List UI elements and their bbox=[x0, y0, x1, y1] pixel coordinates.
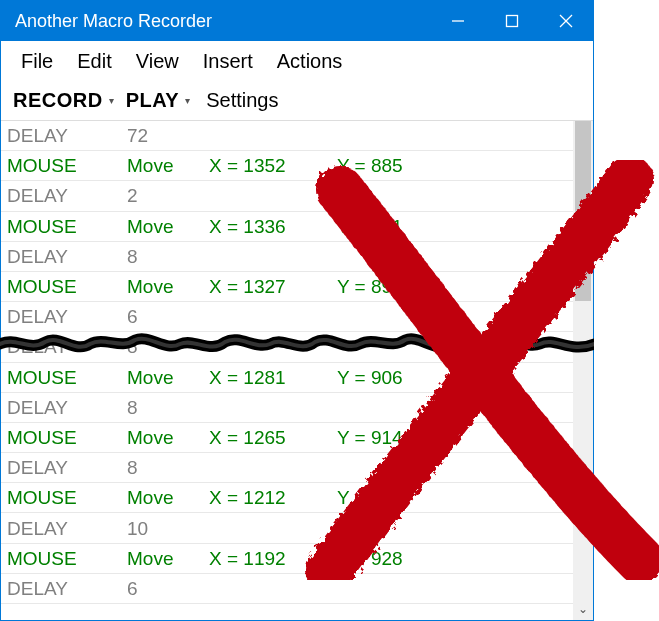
list-row[interactable]: DELAY6 bbox=[1, 302, 573, 332]
menu-insert[interactable]: Insert bbox=[203, 50, 253, 73]
list-row[interactable]: DELAY8 bbox=[1, 393, 573, 423]
cell-c3: X = 1327 bbox=[209, 277, 337, 296]
macro-list[interactable]: DELAY72MOUSEMoveX = 1352Y = 885DELAY2MOU… bbox=[1, 121, 573, 620]
cell-c2: Move bbox=[127, 277, 209, 296]
cell-c1: DELAY bbox=[7, 247, 127, 266]
cell-c1: DELAY bbox=[7, 186, 127, 205]
cell-c3: X = 1212 bbox=[209, 488, 337, 507]
maximize-button[interactable] bbox=[485, 1, 539, 41]
cell-c1: MOUSE bbox=[7, 277, 127, 296]
cell-c2: Move bbox=[127, 156, 209, 175]
cell-c4: Y = 914 bbox=[337, 428, 403, 447]
cell-c2: 6 bbox=[127, 307, 209, 326]
scrollbar-thumb[interactable] bbox=[575, 121, 591, 301]
cell-c3: X = 1265 bbox=[209, 428, 337, 447]
cell-c2: 2 bbox=[127, 186, 209, 205]
cell-c1: MOUSE bbox=[7, 368, 127, 387]
cell-c2: Move bbox=[127, 368, 209, 387]
menu-view[interactable]: View bbox=[136, 50, 179, 73]
list-row[interactable]: DELAY72 bbox=[1, 121, 573, 151]
titlebar: Another Macro Recorder bbox=[1, 1, 593, 41]
list-row[interactable]: MOUSEMoveX = 1352Y = 885 bbox=[1, 151, 573, 181]
window-title: Another Macro Recorder bbox=[15, 11, 212, 32]
cell-c2: 8 bbox=[127, 337, 209, 356]
app-window: Another Macro Recorder File Edit View In… bbox=[0, 0, 594, 621]
list-row[interactable]: DELAY2 bbox=[1, 181, 573, 211]
cell-c2: 8 bbox=[127, 458, 209, 477]
cell-c2: Move bbox=[127, 488, 209, 507]
close-button[interactable] bbox=[539, 1, 593, 41]
menu-actions[interactable]: Actions bbox=[277, 50, 343, 73]
cell-c2: Move bbox=[127, 217, 209, 236]
cell-c4: Y = 891 bbox=[337, 217, 403, 236]
cell-c4: Y = 885 bbox=[337, 156, 403, 175]
list-row[interactable]: DELAY8 bbox=[1, 332, 573, 362]
record-button[interactable]: RECORD bbox=[13, 89, 103, 112]
cell-c1: MOUSE bbox=[7, 428, 127, 447]
settings-button[interactable]: Settings bbox=[206, 89, 278, 112]
cell-c2: 8 bbox=[127, 398, 209, 417]
list-row[interactable]: MOUSEMoveX = 1327Y = 895 bbox=[1, 272, 573, 302]
cell-c4: Y = 928 bbox=[337, 549, 403, 568]
cell-c1: DELAY bbox=[7, 337, 127, 356]
list-row[interactable]: MOUSEMoveX = 1336Y = 891 bbox=[1, 212, 573, 242]
cell-c1: DELAY bbox=[7, 519, 127, 538]
cell-c2: 8 bbox=[127, 247, 209, 266]
play-dropdown-icon[interactable]: ▾ bbox=[185, 95, 190, 106]
close-icon bbox=[558, 13, 574, 29]
maximize-icon bbox=[505, 14, 519, 28]
cell-c2: 10 bbox=[127, 519, 209, 538]
list-row[interactable]: DELAY8 bbox=[1, 242, 573, 272]
play-button[interactable]: PLAY bbox=[126, 89, 180, 112]
list-row[interactable]: MOUSEMoveX = 1281Y = 906 bbox=[1, 363, 573, 393]
cell-c1: MOUSE bbox=[7, 156, 127, 175]
cell-c3: X = 1352 bbox=[209, 156, 337, 175]
minimize-icon bbox=[451, 14, 465, 28]
list-row[interactable]: MOUSEMoveX = 1192Y = 928 bbox=[1, 544, 573, 574]
list-row[interactable]: DELAY6 bbox=[1, 574, 573, 604]
list-row[interactable]: MOUSEMoveX = 1265Y = 914 bbox=[1, 423, 573, 453]
cell-c1: DELAY bbox=[7, 458, 127, 477]
window-controls bbox=[431, 1, 593, 41]
cell-c3: X = 1192 bbox=[209, 549, 337, 568]
record-dropdown-icon[interactable]: ▾ bbox=[109, 95, 114, 106]
cell-c1: MOUSE bbox=[7, 549, 127, 568]
menubar: File Edit View Insert Actions bbox=[1, 41, 593, 81]
cell-c4: Y = 906 bbox=[337, 368, 403, 387]
cell-c2: Move bbox=[127, 549, 209, 568]
list-row[interactable]: DELAY8 bbox=[1, 453, 573, 483]
toolbar: RECORD ▾ PLAY ▾ Settings bbox=[1, 81, 593, 121]
cell-c1: DELAY bbox=[7, 579, 127, 598]
cell-c2: 6 bbox=[127, 579, 209, 598]
scrollbar[interactable]: ⌄ bbox=[573, 121, 593, 620]
cell-c1: MOUSE bbox=[7, 488, 127, 507]
list-row[interactable]: MOUSEMoveX = 1212Y = 923 bbox=[1, 483, 573, 513]
cell-c2: 72 bbox=[127, 126, 209, 145]
cell-c1: DELAY bbox=[7, 307, 127, 326]
cell-c1: DELAY bbox=[7, 398, 127, 417]
minimize-button[interactable] bbox=[431, 1, 485, 41]
cell-c2: Move bbox=[127, 428, 209, 447]
cell-c1: MOUSE bbox=[7, 217, 127, 236]
menu-file[interactable]: File bbox=[21, 50, 53, 73]
cell-c4: Y = 895 bbox=[337, 277, 403, 296]
cell-c3: X = 1336 bbox=[209, 217, 337, 236]
cell-c3: X = 1281 bbox=[209, 368, 337, 387]
menu-edit[interactable]: Edit bbox=[77, 50, 111, 73]
svg-rect-1 bbox=[507, 16, 518, 27]
list-area: DELAY72MOUSEMoveX = 1352Y = 885DELAY2MOU… bbox=[1, 121, 593, 620]
cell-c4: Y = 923 bbox=[337, 488, 403, 507]
list-row[interactable]: DELAY10 bbox=[1, 513, 573, 543]
scrollbar-down-icon[interactable]: ⌄ bbox=[573, 602, 593, 616]
cell-c1: DELAY bbox=[7, 126, 127, 145]
